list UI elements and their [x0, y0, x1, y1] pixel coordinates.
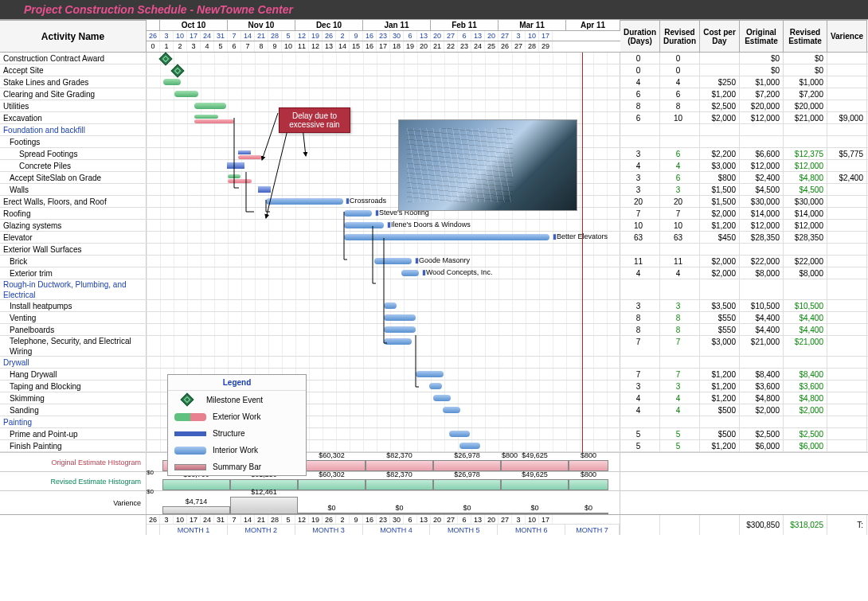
gantt-bar[interactable] — [258, 186, 271, 193]
task-row[interactable]: Glazing systems▮Ilene's Doors & Windows1… — [0, 220, 868, 232]
gantt-bar[interactable] — [459, 443, 480, 449]
footer-month: MONTH 2 — [228, 525, 295, 535]
hist-bar: $12,461 — [230, 497, 298, 514]
task-row[interactable]: Utilities88$2,500$20,000$20,000 — [0, 100, 868, 112]
var-hist-label: Varience — [0, 491, 147, 514]
activity-header: Activity Name — [0, 20, 147, 52]
gantt-bar[interactable] — [228, 174, 240, 178]
hist-bar: $82,370 — [366, 460, 433, 471]
month-header: Mar 11 — [499, 20, 566, 30]
gantt-bar[interactable] — [384, 338, 412, 345]
diamond-icon — [181, 393, 194, 407]
month-header: Jan 11 — [363, 20, 431, 30]
gantt-bar[interactable] — [163, 79, 181, 85]
task-row[interactable]: Construction Contract Award00$0$0 — [0, 53, 868, 64]
task-row[interactable]: Hang Drywall77$1,200$8,400$8,400 — [0, 369, 868, 381]
gantt-bar[interactable] — [238, 150, 251, 154]
task-row[interactable]: Drywall — [0, 357, 868, 369]
col-revised[interactable]: Revised Duration — [660, 20, 700, 52]
week-day: 7 — [228, 31, 241, 41]
gantt-bar[interactable] — [384, 326, 416, 333]
week-num: 7 — [241, 41, 255, 52]
gantt-bar[interactable] — [429, 383, 442, 389]
task-row[interactable]: Elevator▮Better Elevators6363$450$28,350… — [0, 232, 868, 244]
week-num: 3 — [187, 41, 201, 52]
week-num: 17 — [377, 41, 390, 52]
task-resource-label: ▮Wood Concepts, Inc. — [422, 268, 492, 276]
hist-bar: $800 — [569, 460, 608, 471]
gantt-bar[interactable] — [443, 407, 460, 413]
legend-exterior: Exterior Work — [213, 412, 260, 421]
task-label: Accept SiteSlab on Grade — [0, 172, 147, 183]
task-row[interactable]: Taping and Blocking33$1,200$3,600$3,600 — [0, 381, 868, 392]
hist-bar: $49,625 — [501, 460, 569, 471]
week-day: 19 — [309, 31, 323, 41]
task-row[interactable]: Clearing and Site Grading66$1,200$7,200$… — [0, 88, 868, 100]
col-re[interactable]: Revised Estimate — [784, 20, 827, 52]
task-row[interactable]: Install heatpumps33$3,500$10,500$10,500 — [0, 300, 868, 312]
week-day: 27 — [444, 31, 458, 41]
gantt-bar[interactable] — [384, 302, 397, 309]
task-row[interactable]: Painting — [0, 416, 868, 428]
milestone-icon[interactable] — [171, 64, 185, 78]
exterior-swatch-icon — [174, 413, 206, 421]
gantt-bar[interactable] — [238, 155, 262, 159]
hist-bar: $36,700 — [162, 479, 230, 490]
gantt-bar[interactable] — [227, 162, 244, 169]
page-title: Project Construction Schedule - NewTowne… — [0, 0, 868, 19]
gantt-bar[interactable] — [416, 371, 444, 377]
task-row[interactable]: Exterior trim▮Wood Concepts, Inc.44$2,00… — [0, 267, 868, 279]
gantt-bar[interactable] — [266, 198, 343, 205]
task-resource-label: ▮Better Elevators — [553, 232, 608, 240]
task-label: Walls — [0, 184, 147, 195]
gantt-bar[interactable] — [228, 179, 252, 183]
col-cpd[interactable]: Cost per Day — [700, 20, 740, 52]
week-num: 0 — [147, 41, 160, 52]
col-var[interactable]: Varience — [827, 20, 867, 52]
building-photo — [398, 119, 577, 211]
task-row[interactable]: Stake Lines and Grades44$250$1,000$1,000 — [0, 76, 868, 88]
total-oe: $300,850 — [740, 515, 784, 535]
gantt-bar[interactable] — [433, 395, 451, 401]
gantt-chart: Activity Name Oct 10Nov 10Dec 10Jan 11Fe… — [0, 19, 868, 535]
task-row[interactable]: Exterior Wall Surfaces — [0, 244, 868, 256]
week-num: 1 — [160, 41, 174, 52]
task-row[interactable]: Prime and Point-up55$500$2,500$2,500 — [0, 428, 868, 440]
week-day: 13 — [417, 31, 431, 41]
task-row[interactable]: Panelboards88$550$4,400$4,400 — [0, 324, 868, 336]
gantt-bar[interactable] — [344, 234, 549, 240]
gantt-bar[interactable] — [449, 431, 470, 437]
week-num: 25 — [485, 41, 499, 52]
task-label: Hang Drywall — [0, 369, 147, 380]
gantt-bar[interactable] — [174, 91, 198, 97]
milestone-icon[interactable] — [159, 53, 173, 66]
task-row[interactable]: Brick▮Goode Masonry1111$2,000$22,000$22,… — [0, 256, 868, 267]
legend: Legend Milestone Event Exterior Work Str… — [167, 374, 307, 476]
task-row[interactable]: Venting88$550$4,400$4,400 — [0, 312, 868, 324]
task-row[interactable]: Finish Painting55$1,200$6,000$6,000 — [0, 440, 868, 452]
gantt-bar[interactable] — [401, 270, 419, 276]
gantt-bar[interactable] — [194, 103, 226, 109]
gantt-bar[interactable] — [384, 314, 416, 321]
week-day: 20 — [431, 31, 444, 41]
week-day: 16 — [363, 31, 377, 41]
month-header: Nov 10 — [228, 20, 295, 30]
gantt-bar[interactable] — [374, 258, 412, 264]
week-num: 28 — [526, 41, 539, 52]
task-row[interactable]: Rough-in Ductwork, Plumbing, and Electri… — [0, 279, 868, 300]
hist-bar: $0 — [569, 513, 608, 514]
task-row[interactable]: Skimming44$1,200$4,800$4,800 — [0, 392, 868, 404]
gantt-bar[interactable] — [344, 210, 372, 217]
task-row[interactable]: Accept Site00$0$0 — [0, 64, 868, 76]
gantt-bar[interactable] — [344, 222, 384, 228]
col-duration[interactable]: Duration (Days) — [620, 20, 660, 52]
hist-bar: $4,714 — [162, 506, 230, 514]
hist-bar: $26,978 — [433, 479, 501, 490]
col-oe[interactable]: Original Estimate — [740, 20, 784, 52]
gantt-bar[interactable] — [194, 115, 218, 119]
task-row[interactable]: Sanding44$500$2,000$2,000 — [0, 404, 868, 416]
week-day: 24 — [201, 31, 214, 41]
gantt-bar[interactable] — [194, 119, 234, 123]
task-row[interactable]: Telephone, Security, and Electrical Wiri… — [0, 336, 868, 357]
task-label: Clearing and Site Grading — [0, 88, 147, 100]
